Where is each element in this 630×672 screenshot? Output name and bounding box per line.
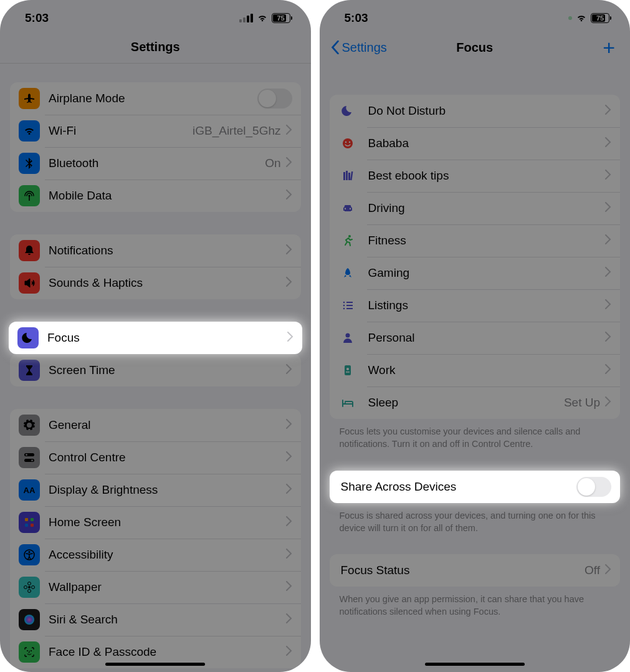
focus-status-group: Focus Status Off: [330, 554, 621, 587]
chevron-right-icon: [605, 267, 611, 279]
bed-icon: [338, 396, 357, 409]
nav-header: Settings: [0, 31, 311, 64]
settings-row-sounds-haptics[interactable]: Sounds & Haptics: [10, 267, 301, 299]
row-label: Airplane Mode: [49, 92, 257, 105]
books-icon: [338, 170, 357, 182]
chevron-right-icon: [286, 549, 292, 561]
focus-row-bababa[interactable]: Bababa: [330, 127, 621, 160]
chevron-right-icon: [605, 564, 611, 577]
settings-row-focus[interactable]: Focus: [9, 322, 302, 354]
row-label: Siri & Search: [49, 613, 286, 626]
row-label: Notifications: [49, 244, 286, 257]
settings-row-display-brightness[interactable]: Display & Brightness: [10, 474, 301, 506]
settings-row-mobile-data[interactable]: Mobile Data: [10, 180, 301, 212]
runner-icon: [338, 234, 357, 247]
bell-icon: [19, 240, 40, 261]
status-bar: 5:03 75: [320, 0, 631, 31]
settings-row-accessibility[interactable]: Accessibility: [10, 539, 301, 571]
focus-row-do-not-disturb[interactable]: Do Not Disturb: [330, 95, 621, 127]
chevron-right-icon: [286, 516, 292, 529]
nav-header: Settings Focus +: [320, 31, 631, 64]
settings-group: GeneralControl CentreDisplay & Brightnes…: [10, 409, 301, 668]
back-button[interactable]: Settings: [331, 41, 387, 55]
focus-status-row[interactable]: Focus Status Off: [330, 554, 621, 587]
badge-icon: [338, 364, 357, 377]
focus-row-gaming[interactable]: Gaming: [330, 257, 621, 289]
settings-group: Airplane ModeWi-FiiGB_Airtel_5GhzBluetoo…: [10, 82, 301, 212]
flower-icon: [19, 577, 40, 598]
row-label: Work: [368, 363, 606, 377]
focus-row-personal[interactable]: Personal: [330, 322, 621, 354]
moon-icon: [338, 105, 357, 117]
focus-row-fitness[interactable]: Fitness: [330, 224, 621, 257]
row-label: Mobile Data: [49, 189, 286, 203]
row-label: Driving: [368, 201, 606, 215]
car-icon: [338, 202, 357, 214]
focus-row-work[interactable]: Work: [330, 354, 621, 386]
focus-status-value: Off: [585, 564, 600, 577]
siri-icon: [19, 609, 40, 630]
settings-row-home-screen[interactable]: Home Screen: [10, 506, 301, 539]
settings-row-general[interactable]: General: [10, 409, 301, 441]
focus-row-sleep[interactable]: SleepSet Up: [330, 386, 621, 419]
focus-row-best-ebook-tips[interactable]: Best ebook tips: [330, 160, 621, 192]
status-bar: 5:03 75: [0, 0, 311, 31]
settings-row-notifications[interactable]: Notifications: [10, 234, 301, 267]
chevron-right-icon: [605, 396, 611, 409]
home-indicator[interactable]: [105, 663, 205, 666]
row-value: iGB_Airtel_5Ghz: [193, 124, 281, 138]
chevron-right-icon: [605, 105, 611, 117]
row-label: Home Screen: [49, 516, 286, 529]
share-across-row[interactable]: Share Across Devices: [330, 471, 621, 503]
settings-screen: 5:03 75 Settings Airplane ModeWi-FiiGB_A…: [0, 0, 311, 672]
settings-row-siri-search[interactable]: Siri & Search: [10, 603, 301, 636]
row-label: Focus: [47, 331, 287, 345]
add-button[interactable]: +: [603, 37, 615, 58]
hourglass-icon: [19, 360, 40, 381]
chevron-right-icon: [286, 277, 292, 289]
row-label: Fitness: [368, 234, 606, 247]
settings-row-wi-fi[interactable]: Wi-FiiGB_Airtel_5Ghz: [10, 115, 301, 147]
share-across-toggle[interactable]: [576, 477, 611, 497]
settings-row-screen-time[interactable]: Screen Time: [10, 354, 301, 386]
toggle[interactable]: [257, 89, 292, 108]
row-label: Wi-Fi: [49, 124, 193, 138]
focus-content[interactable]: Do Not DisturbBababaBest ebook tipsDrivi…: [320, 64, 631, 663]
focus-row-driving[interactable]: Driving: [330, 192, 621, 224]
row-label: Display & Brightness: [49, 483, 286, 497]
share-footer: Focus is shared across your devices, and…: [330, 509, 621, 535]
share-across-label: Share Across Devices: [341, 480, 577, 494]
status-time: 5:03: [345, 11, 368, 25]
aa-icon: [19, 479, 40, 501]
settings-row-airplane-mode[interactable]: Airplane Mode: [10, 82, 301, 115]
chevron-right-icon: [286, 646, 292, 658]
settings-row-control-centre[interactable]: Control Centre: [10, 441, 301, 474]
row-label: Screen Time: [49, 363, 286, 377]
rocket-icon: [338, 267, 357, 279]
row-label: Do Not Disturb: [368, 104, 606, 118]
settings-list[interactable]: Airplane ModeWi-FiiGB_Airtel_5GhzBluetoo…: [0, 64, 311, 672]
focus-row-listings[interactable]: Listings: [330, 289, 621, 322]
face-icon: [338, 137, 357, 150]
status-time: 5:03: [25, 11, 49, 25]
row-label: Best ebook tips: [368, 169, 606, 183]
wifi-icon: [19, 120, 40, 142]
settings-group: NotificationsSounds & Haptics: [10, 234, 301, 299]
chevron-right-icon: [605, 364, 611, 377]
chevron-right-icon: [286, 419, 292, 431]
speaker-icon: [19, 272, 40, 294]
battery-icon: 75: [272, 13, 292, 23]
settings-row-bluetooth[interactable]: BluetoothOn: [10, 147, 301, 180]
chevron-right-icon: [286, 581, 292, 593]
chevron-left-icon: [331, 41, 340, 54]
recording-indicator-icon: [568, 16, 572, 20]
wifi-icon: [257, 14, 268, 22]
wifi-icon: [576, 14, 587, 22]
accessibility-icon: [19, 544, 40, 565]
home-indicator[interactable]: [425, 663, 525, 666]
row-value: On: [265, 156, 280, 170]
focus-screen: 5:03 75 Settings Focus + Do Not DisturbB…: [320, 0, 631, 672]
focus-footer: Focus lets you customise your devices an…: [330, 425, 621, 451]
row-label: Bababa: [368, 137, 606, 150]
settings-row-wallpaper[interactable]: Wallpaper: [10, 571, 301, 603]
